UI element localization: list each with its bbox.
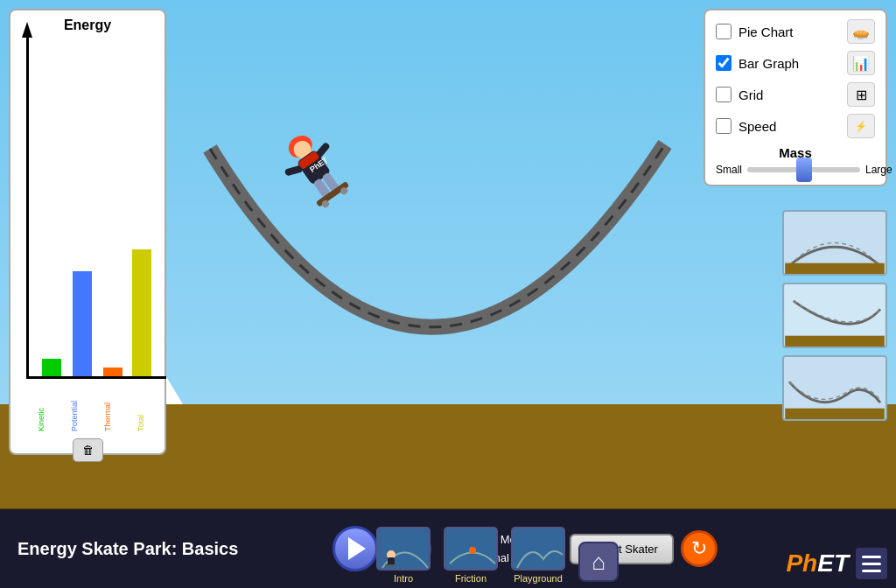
- track-thumb-2[interactable]: [782, 283, 887, 348]
- menu-button[interactable]: [856, 548, 887, 579]
- skater: PhET: [280, 127, 350, 214]
- nav-tabs: Intro Friction Playground ⌂: [376, 527, 619, 584]
- mass-large-label: Large: [865, 164, 892, 176]
- pie-chart-checkbox[interactable]: [716, 24, 732, 39]
- controls-panel: Pie Chart 🥧 Bar Graph 📊 Grid ⊞ Speed ⚡ M…: [704, 9, 887, 186]
- bar-kinetic: [42, 359, 61, 376]
- track-thumb-1[interactable]: [782, 210, 887, 276]
- track-thumb-3[interactable]: [782, 355, 887, 421]
- tab-friction-label: Friction: [455, 573, 486, 584]
- svg-rect-6: [284, 165, 303, 177]
- bar-labels: Kinetic Potential Thermal Total: [24, 383, 158, 431]
- phet-logo-area: PhET: [786, 548, 887, 579]
- bar-graph-label: Bar Graph: [738, 56, 840, 71]
- tab-playground[interactable]: Playground: [511, 527, 565, 584]
- tab-intro-img: [376, 527, 430, 570]
- label-potential: Potential: [70, 383, 79, 431]
- speed-row: Speed ⚡: [716, 114, 875, 138]
- speed-icon: ⚡: [847, 114, 875, 138]
- grid-icon: ⊞: [847, 82, 875, 107]
- energy-title: Energy: [18, 18, 158, 33]
- grid-row: Grid ⊞: [716, 82, 875, 107]
- menu-icon-line2: [862, 563, 881, 565]
- bottom-bar: Energy Skate Park: Basics Slow Motion No…: [0, 509, 896, 588]
- bar-total: [132, 249, 151, 376]
- label-kinetic: Kinetic: [37, 383, 46, 431]
- svg-rect-15: [785, 336, 885, 346]
- menu-icon-line3: [862, 570, 881, 572]
- label-thermal: Thermal: [103, 383, 112, 431]
- track-thumbnails: [782, 210, 887, 421]
- grid-label: Grid: [738, 88, 840, 102]
- app-title: Energy Skate Park: Basics: [18, 539, 262, 559]
- svg-rect-23: [513, 528, 565, 570]
- tab-playground-img: [511, 527, 565, 570]
- mass-slider[interactable]: [747, 167, 860, 172]
- energy-panel: Energy Kinetic Potential Thermal Total 🗑: [9, 9, 166, 455]
- bar-thermal: [103, 368, 122, 376]
- svg-point-22: [469, 547, 476, 554]
- grid-checkbox[interactable]: [716, 87, 732, 102]
- label-total: Total: [136, 383, 145, 431]
- energy-chart: [26, 38, 166, 379]
- pie-chart-icon: 🥧: [847, 19, 875, 44]
- tab-friction[interactable]: Friction: [444, 527, 498, 584]
- svg-rect-13: [785, 263, 885, 274]
- mass-small-label: Small: [716, 164, 742, 176]
- bar-graph-checkbox[interactable]: [716, 55, 732, 71]
- svg-rect-17: [785, 409, 885, 419]
- pie-chart-row: Pie Chart 🥧: [716, 19, 875, 44]
- bar-graph-icon: 📊: [847, 51, 875, 75]
- mass-row: Small Large: [716, 164, 875, 176]
- tab-playground-label: Playground: [514, 573, 563, 584]
- play-icon: [348, 537, 366, 560]
- phet-logo: PhET: [786, 550, 849, 578]
- home-icon: ⌂: [592, 549, 606, 576]
- speed-label: Speed: [738, 119, 840, 134]
- bar-graph-row: Bar Graph 📊: [716, 51, 875, 75]
- tab-intro[interactable]: Intro: [376, 527, 430, 584]
- speed-checkbox[interactable]: [716, 118, 732, 134]
- menu-icon-line1: [862, 556, 881, 558]
- tab-friction-img: [444, 527, 498, 570]
- mass-section: Mass Small Large: [716, 145, 875, 176]
- tab-intro-label: Intro: [394, 573, 413, 584]
- energy-arrow: [22, 22, 32, 38]
- pie-chart-label: Pie Chart: [738, 24, 840, 39]
- clear-energy-button[interactable]: 🗑: [73, 438, 103, 462]
- play-button[interactable]: [332, 526, 378, 571]
- bar-potential: [73, 271, 92, 376]
- refresh-button[interactable]: ↻: [681, 530, 718, 567]
- home-button[interactable]: ⌂: [578, 542, 619, 582]
